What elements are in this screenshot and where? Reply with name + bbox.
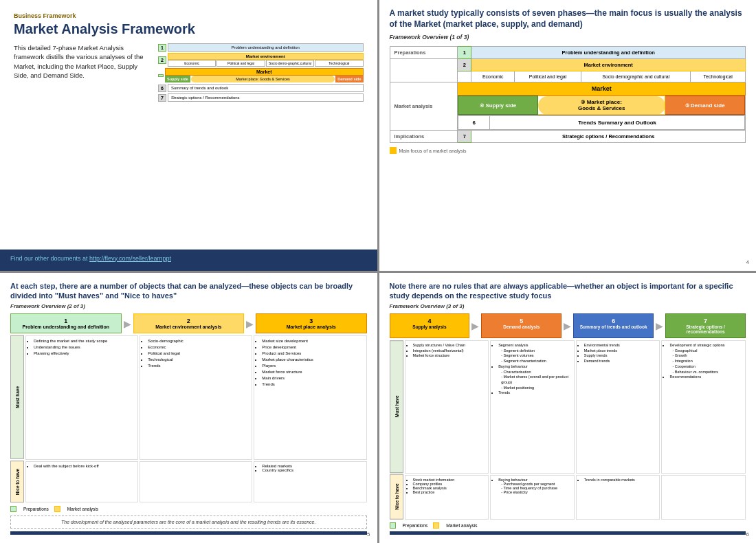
nice-to-have-label: Nice to have [10,461,24,502]
env-header: Market environment [471,59,746,71]
supply-num: ④ [480,103,484,108]
must-col3-item5: Players [262,363,364,369]
fw2-num3: 3 [260,318,363,324]
slide-3: At each step, there are a number of obje… [0,273,377,544]
slide3-subtitle: Framework Overview (2 of 3) [10,303,367,309]
diag-strat: Strategic options / Recommendations [168,93,364,102]
fw3-m6-i1: Environmental trends [584,343,658,348]
fw3-step7: 7 Strategic options / recommendations [665,313,746,338]
table-row-implications: Implications 7 Strategic options / Recom… [390,131,746,143]
fw3-nice-col4-list: Stock market information Company profile… [408,478,487,494]
preparations-num: 1 [458,47,471,59]
must-col3-item2: Price development [262,344,364,351]
fw3-nice-to-have-label: Nice to have [390,474,403,520]
slide1-description: This detailed 7-phase Market Analysis fr… [14,43,151,102]
market-analysis-label: Market analysis [390,82,458,131]
fw2-step3: 3 Market place analysis [256,313,367,333]
diag-pol: Political and legal [216,60,265,67]
fw3-step6-label: Summary of trends and outlook [580,324,647,329]
fw3-must-col6-list: Environmental trends Market place trends… [579,343,658,364]
slide1-body: This detailed 7-phase Market Analysis fr… [14,43,364,102]
slide4-title: Note there are no rules that are always … [390,281,746,301]
fw2-num1: 1 [14,318,118,324]
fw2-step2-label: Market environment analysis [155,324,221,329]
diag-supply: Supply side [165,76,190,82]
supply-cell: ④ Supply side [458,96,538,115]
nice-col3-item2: Country specifics [262,468,364,472]
fw3-nice-col6-list: Trends in comparable markets [579,478,658,482]
slide1-title: Market Analysis Framework [14,21,364,36]
nice-col1-list: Deal with the subject before kick-off [28,464,135,468]
must-col2-list: Socio-demographic Economic Political and… [142,338,249,369]
table-row-env-header: 2 Market environment [390,59,746,71]
market-sub-cells: ④ Supply side ③ Market place:Goods & Ser… [458,96,746,115]
fw3-step5-label: Demand analysis [503,324,540,329]
demand-cell: ⑤ Demand side [665,96,745,115]
fw3-m6-i2: Market place trends [584,348,658,354]
fw3-nice-row: Stock market information Company profile… [405,475,746,520]
slide1-diagram: 1 Problem understanding and definition 2… [158,43,364,102]
fw3-leg-green-label: Preparations [403,523,428,528]
nice-col3-list: Related markets Country specifics [256,464,364,472]
slide1-content: Business Framework Market Analysis Frame… [0,0,377,250]
must-col1: Defining the market and the study scope … [25,335,138,460]
marketplace-cell: ③ Market place:Goods & Services [538,96,665,115]
nice-to-have-row: Deal with the subject before kick-off Re… [25,461,367,502]
trends-table: 6 Trends Summary and Outlook [458,115,745,130]
diag-num1: 1 [158,44,166,52]
diag-eco: Economic [168,60,216,67]
fw3-steps-header: 4 Supply analysis ▶ 5 Demand analysis ▶ … [390,313,746,338]
fw3-step5: 5 Demand analysis [481,313,562,338]
slide3-footer-note: The development of the analysed paramete… [10,516,367,529]
legend-orange-box [390,147,397,154]
fw3-leg-green-box [390,522,396,529]
fw3-m4-i2: Integration (vertical/horizontal) [413,348,487,354]
slide2-page: 4 [746,259,749,265]
fw3-m5-i3: Trends [498,390,572,396]
trends-cell-wrapper: 6 Trends Summary and Outlook [458,115,746,131]
fw3-n5-i1c: - Price elasticity [498,490,572,494]
diag-num6: 6 [158,85,166,92]
fw2-step1-label: Problem understanding and definition [23,324,109,329]
fw3-m5-i1: Segment analysis [498,343,572,348]
fw2-side-labels: Must have Nice to have [10,335,24,502]
table-row-preparations: Preparations 1 Problem understanding and… [390,47,746,59]
nice-col1-item1: Deal with the subject before kick-off [34,464,135,468]
fw3-columns-wrapper: Supply structures / Value Chain Integrat… [405,340,746,520]
diag-tech: Technological [315,60,363,67]
env-empty-label [390,59,458,82]
diag-market-wrapper: Market Supply side Market place: Goods &… [165,68,364,82]
slide1-footer: Find our other documents at http://flevy… [0,250,377,267]
must-col3-item7: Main drivers [262,375,364,381]
fw3-leg-yellow-box [433,522,439,529]
diag-market-row: Market Supply side Market place: Goods &… [158,68,364,82]
must-col2-item3: Political and legal [148,351,249,357]
diag-num2: 2 [158,56,166,64]
env-empty [458,71,471,82]
must-have-row: Defining the market and the study scope … [25,335,367,460]
env-soc: Socio demographic and cultural [581,71,690,82]
fw3-step4: 4 Supply analysis [390,313,470,338]
slide2-title: A market study typically consists of sev… [390,8,746,30]
fw2-columns-wrapper: Defining the market and the study scope … [25,335,367,502]
fw2-steps-header: 1 Problem understanding and definition ▶… [10,313,367,333]
fw3-must-row: Supply structures / Value Chain Integrat… [405,340,746,474]
fw3-num7: 7 [669,318,742,324]
diag-env-cells: Economic Political and legal Socio demo-… [168,60,364,67]
fw2-num2: 2 [137,318,241,324]
fw3-must-col5-list: Segment analysis - Segment definition - … [493,343,572,396]
must-col3-item4: Market place characteristics [262,357,364,363]
trends-content: Trends Summary and Outlook [490,116,745,130]
must-have-label: Must have [10,335,24,459]
fw3-m5-i2a: - Characterisation [498,370,572,375]
nice-col1: Deal with the subject before kick-off [25,461,138,502]
must-col3-item8: Trends [262,381,364,388]
slide-1: Business Framework Market Analysis Frame… [0,0,377,271]
footer-link[interactable]: http://flevy.com/seller/learnppt [89,255,171,262]
fw3-m4-i1: Supply structures / Value Chain [413,343,487,348]
fw3-num4: 4 [394,318,466,324]
fw3-side-labels: Must have Nice to have [390,340,403,520]
fw3-leg-yellow-label: Market analysis [446,523,477,528]
fw3-num6: 6 [577,318,649,324]
market-main-label: Market [458,82,746,96]
